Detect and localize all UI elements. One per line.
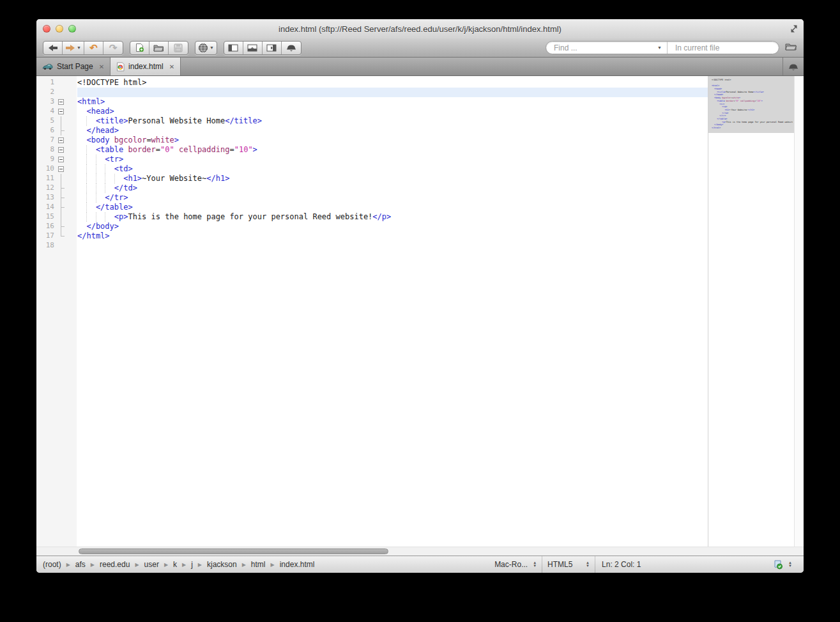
line-number[interactable]: 1 [36, 78, 56, 88]
tab-index-html[interactable]: index.html✕ [111, 58, 181, 75]
code-line-8[interactable]: 8<table border="0" cellpadding="10"> [36, 145, 708, 155]
line-number[interactable]: 7 [36, 136, 56, 145]
minimize-window-button[interactable] [56, 25, 63, 33]
line-number[interactable]: 18 [36, 241, 56, 251]
line-number[interactable]: 9 [36, 155, 56, 164]
code-text[interactable] [77, 88, 708, 97]
stepper-icon[interactable]: ▲▼ [586, 561, 590, 568]
code-line-14[interactable]: 14</table> [36, 203, 708, 212]
code-line-16[interactable]: 16</body> [36, 222, 708, 231]
fold-collapse-icon[interactable] [56, 155, 66, 164]
code-line-10[interactable]: 10<td> [36, 164, 708, 174]
code-line-11[interactable]: 11<h1>~Your Website~</h1> [36, 174, 708, 183]
zoom-window-button[interactable] [68, 25, 76, 33]
code-line-5[interactable]: 5<title>Personal Website Home</title> [36, 116, 708, 126]
tab-start-page[interactable]: Start Page✕ [36, 58, 111, 75]
code-text[interactable]: <td> [77, 164, 708, 174]
forward-button[interactable]: ▼ [63, 42, 84, 54]
code-line-15[interactable]: 15<p>This is the home page for your pers… [36, 212, 708, 222]
preview-browser-button[interactable]: ▼ [195, 42, 217, 54]
code-line-9[interactable]: 9<tr> [36, 155, 708, 164]
fold-collapse-icon[interactable] [56, 145, 66, 155]
forward-dropdown-icon[interactable]: ▼ [77, 45, 81, 50]
vertical-scrollbar[interactable] [794, 76, 804, 547]
code-line-18[interactable]: 18 [36, 241, 708, 251]
code-line-13[interactable]: 13</tr> [36, 193, 708, 203]
line-number[interactable]: 14 [36, 203, 56, 212]
toggle-left-pane-button[interactable] [224, 42, 243, 54]
breadcrumb-item[interactable]: afs [75, 560, 86, 569]
language-selector[interactable]: HTML5 ▲▼ [542, 556, 595, 573]
fold-collapse-icon[interactable] [56, 97, 66, 107]
code-editor[interactable]: 1<!DOCTYPE html>23<html>4<head>5<title>P… [36, 76, 708, 547]
find-dropdown-icon[interactable]: ▼ [657, 45, 667, 50]
line-number[interactable]: 6 [36, 126, 56, 136]
breadcrumb-item[interactable]: j [191, 560, 193, 569]
code-line-4[interactable]: 4<head> [36, 107, 708, 116]
code-line-12[interactable]: 12</td> [36, 183, 708, 193]
breadcrumb-item[interactable]: html [251, 560, 266, 569]
code-text[interactable]: </table> [77, 203, 708, 212]
toggle-toolbox-button[interactable] [282, 42, 301, 54]
fold-collapse-icon[interactable] [56, 164, 66, 174]
code-line-6[interactable]: 6</head> [36, 126, 708, 136]
line-number[interactable]: 11 [36, 174, 56, 183]
horizontal-scrollbar[interactable] [36, 547, 804, 556]
breadcrumb-item[interactable]: (root) [43, 560, 61, 569]
line-number[interactable]: 2 [36, 88, 56, 97]
code-text[interactable]: </html> [77, 231, 708, 241]
stepper-icon[interactable]: ▲▼ [533, 561, 537, 568]
code-text[interactable]: <tr> [77, 155, 708, 164]
code-text[interactable]: <!DOCTYPE html> [77, 78, 708, 88]
minimap[interactable]: <!DOCTYPE html><html> <head> <title>Pers… [708, 76, 794, 547]
encoding-selector[interactable]: Mac-Ro... ▲▼ [489, 556, 542, 573]
line-number[interactable]: 5 [36, 116, 56, 126]
line-number[interactable]: 17 [36, 231, 56, 241]
preview-dropdown-icon[interactable]: ▼ [210, 45, 214, 50]
code-text[interactable]: <h1>~Your Website~</h1> [77, 174, 708, 183]
code-text[interactable]: </tr> [77, 193, 708, 203]
save-file-button[interactable] [169, 42, 188, 54]
tabbar-toolbox-button[interactable] [783, 58, 804, 75]
toggle-right-pane-button[interactable] [263, 42, 282, 54]
find-input[interactable] [546, 43, 657, 52]
code-text[interactable]: <table border="0" cellpadding="10"> [77, 145, 708, 155]
line-number[interactable]: 10 [36, 164, 56, 174]
toggle-bottom-pane-button[interactable] [243, 42, 263, 54]
stepper-icon[interactable]: ▲▼ [788, 561, 792, 568]
line-number[interactable]: 15 [36, 212, 56, 222]
code-line-7[interactable]: 7<body bgcolor=white> [36, 136, 708, 145]
code-text[interactable]: </body> [77, 222, 708, 231]
line-number[interactable]: 8 [36, 145, 56, 155]
fold-collapse-icon[interactable] [56, 136, 66, 145]
horizontal-scrollbar-thumb[interactable] [79, 548, 388, 554]
code-line-17[interactable]: 17</html> [36, 231, 708, 241]
code-line-1[interactable]: 1<!DOCTYPE html> [36, 78, 708, 88]
code-text[interactable]: <p>This is the home page for your person… [77, 212, 708, 222]
code-text[interactable]: </head> [77, 126, 708, 136]
code-text[interactable]: <body bgcolor=white> [77, 136, 708, 145]
syntax-check-button[interactable]: ▲▼ [768, 556, 797, 573]
code-text[interactable]: <head> [77, 107, 708, 116]
undo-button[interactable]: ↶ [84, 42, 103, 54]
line-number[interactable]: 3 [36, 97, 56, 107]
breadcrumb-item[interactable]: index.html [280, 560, 315, 569]
back-button[interactable] [43, 42, 63, 54]
code-text[interactable] [77, 241, 708, 251]
breadcrumb-item[interactable]: k [173, 560, 177, 569]
tab-close-icon[interactable]: ✕ [99, 63, 104, 70]
open-folder-icon[interactable] [784, 42, 797, 54]
code-line-2[interactable]: 2 [36, 88, 708, 97]
fold-collapse-icon[interactable] [56, 107, 66, 116]
close-window-button[interactable] [43, 25, 50, 33]
code-text[interactable]: </td> [77, 183, 708, 193]
code-line-3[interactable]: 3<html> [36, 97, 708, 107]
tab-close-icon[interactable]: ✕ [169, 63, 174, 70]
code-text[interactable]: <html> [77, 97, 708, 107]
new-file-button[interactable] [130, 42, 149, 54]
breadcrumb-item[interactable]: user [144, 560, 159, 569]
line-number[interactable]: 12 [36, 183, 56, 193]
line-number[interactable]: 4 [36, 107, 56, 116]
breadcrumb-item[interactable]: kjackson [207, 560, 237, 569]
line-number[interactable]: 16 [36, 222, 56, 231]
